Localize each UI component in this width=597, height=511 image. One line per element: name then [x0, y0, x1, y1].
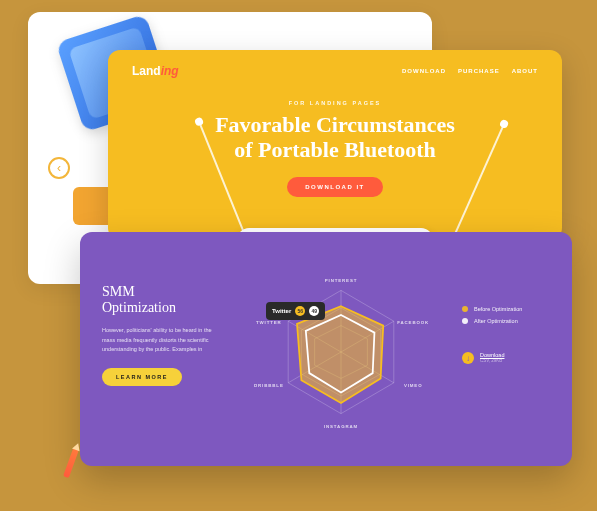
analytics-left-col: SMM Optimization However, politicians' a…	[80, 232, 220, 466]
radar-tooltip: Twitter 56 49	[266, 302, 325, 320]
tooltip-value-after: 49	[309, 306, 319, 316]
legend-before: Before Optimization	[462, 306, 554, 312]
analytics-description: However, politicians' ability to be hear…	[102, 326, 212, 354]
logo[interactable]: Landing	[132, 64, 179, 78]
download-meta: CSV, 29KB	[480, 358, 504, 363]
download-link[interactable]: ↓ Download CSV, 29KB	[462, 352, 554, 364]
hero-nav: DOWNLOAD PURCHASE ABOUT	[402, 68, 538, 74]
axis-instagram: INSTAGRAM	[324, 424, 358, 429]
nav-purchase[interactable]: PURCHASE	[458, 68, 500, 74]
chevron-left-icon: ‹	[57, 161, 61, 175]
logo-part-ing: ing	[161, 64, 179, 78]
nav-about[interactable]: ABOUT	[512, 68, 538, 74]
tooltip-label: Twitter	[272, 308, 291, 314]
download-icon: ↓	[462, 352, 474, 364]
radar-series-before	[297, 306, 383, 403]
hero-headline-l1: Favorable Circumstances	[108, 112, 562, 137]
analytics-right-col: Before Optimization After Optimization ↓…	[462, 232, 572, 466]
radar-svg: PINTEREST FACEBOOK VIMEO INSTAGRAM DRIBB…	[253, 264, 429, 440]
decorative-pencil-icon	[63, 448, 79, 478]
hero-header: Landing DOWNLOAD PURCHASE ABOUT	[108, 50, 562, 78]
carousel-prev-button[interactable]: ‹	[48, 157, 70, 179]
legend-after-label: After Optimization	[474, 318, 518, 324]
nav-download[interactable]: DOWNLOAD	[402, 68, 446, 74]
analytics-title-l1: SMM	[102, 284, 220, 300]
hero-card-yellow: Landing DOWNLOAD PURCHASE ABOUT FOR LAND…	[108, 50, 562, 240]
axis-pinterest: PINTEREST	[325, 278, 358, 283]
download-text: Download CSV, 29KB	[480, 352, 504, 363]
legend-before-label: Before Optimization	[474, 306, 522, 312]
radar-chart: PINTEREST FACEBOOK VIMEO INSTAGRAM DRIBB…	[253, 264, 429, 440]
hero-eyebrow: FOR LANDING PAGES	[108, 100, 562, 106]
analytics-title: SMM Optimization	[102, 284, 220, 316]
axis-facebook: FACEBOOK	[397, 320, 429, 325]
tooltip-value-before: 56	[295, 306, 305, 316]
axis-vimeo: VIMEO	[404, 383, 423, 388]
analytics-title-l2: Optimization	[102, 300, 220, 316]
logo-part-land: Land	[132, 64, 161, 78]
axis-twitter: TWITTER	[256, 320, 282, 325]
legend-dot-yellow-icon	[462, 306, 468, 312]
hero-headline: Favorable Circumstances of Portable Blue…	[108, 112, 562, 163]
radar-chart-container: PINTEREST FACEBOOK VIMEO INSTAGRAM DRIBB…	[220, 232, 462, 466]
learn-more-button[interactable]: LEARN MORE	[102, 368, 182, 386]
legend-after: After Optimization	[462, 318, 554, 324]
axis-dribbble: DRIBBBLE	[254, 383, 284, 388]
analytics-card-purple: SMM Optimization However, politicians' a…	[80, 232, 572, 466]
legend-dot-white-icon	[462, 318, 468, 324]
hero-cta-button[interactable]: DOWNLOAD IT	[287, 177, 383, 197]
